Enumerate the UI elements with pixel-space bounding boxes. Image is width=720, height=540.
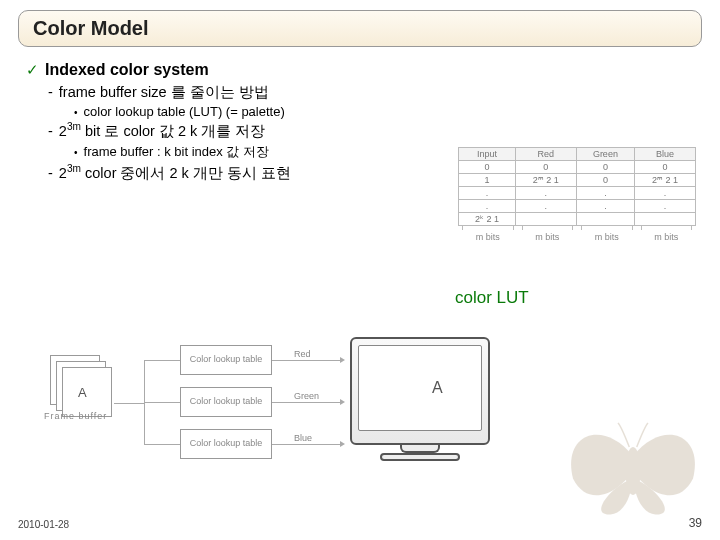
lut-box-blue: Color lookup table [180, 429, 272, 459]
footer-date: 2010-01-28 [18, 519, 69, 530]
lut-td: . [635, 187, 696, 200]
dash-icon: - [48, 84, 53, 100]
lut-box-green: Color lookup table [180, 387, 272, 417]
arrow-icon [340, 399, 345, 405]
frame-buffer-glyph: A [78, 385, 87, 400]
lut-td [515, 213, 576, 226]
lut-td: 2ᵐ 2 1 [635, 174, 696, 187]
arrow-icon [340, 357, 345, 363]
lut-td: . [459, 200, 516, 213]
lut-th: Red [515, 148, 576, 161]
bullet-level3: • color lookup table (LUT) (= palette) [74, 104, 694, 119]
lut-td: . [459, 187, 516, 200]
bullet-level2: - 23m bit 로 color 값 2 k 개를 저장 [48, 121, 694, 141]
monitor-icon: A [350, 337, 500, 467]
bullet-level1: ✓ Indexed color system [26, 61, 694, 79]
lut-td [635, 213, 696, 226]
bullet-l1-text: Indexed color system [45, 61, 209, 79]
wire [144, 444, 180, 445]
lut-bits-row: m bits m bits m bits m bits [458, 226, 696, 242]
lut-box-red: Color lookup table [180, 345, 272, 375]
bullet-l2a-text: frame buffer size 를 줄이는 방법 [59, 83, 269, 102]
lut-bits-label: m bits [637, 226, 697, 242]
lut-table-figure: Input Red Green Blue 0 0 0 0 1 2ᵐ 2 1 0 … [458, 147, 696, 242]
lut-td: 0 [635, 161, 696, 174]
lut-caption: color LUT [455, 288, 529, 308]
dot-icon: • [74, 108, 78, 118]
wire [272, 360, 340, 361]
lut-td: . [515, 200, 576, 213]
bullet-level2: - frame buffer size 를 줄이는 방법 [48, 83, 694, 102]
lut-td [576, 213, 635, 226]
lut-bits-label: m bits [458, 226, 518, 242]
lut-td: . [635, 200, 696, 213]
lut-th: Blue [635, 148, 696, 161]
lut-td: . [576, 187, 635, 200]
frame-buffer-label: Frame buffer [44, 411, 107, 421]
lut-bits-label: m bits [577, 226, 637, 242]
arrow-icon [340, 441, 345, 447]
bullet-l2b-text: 23m bit 로 color 값 2 k 개를 저장 [59, 121, 265, 141]
channel-label-blue: Blue [294, 433, 312, 443]
lut-td: 0 [515, 161, 576, 174]
lut-td: . [515, 187, 576, 200]
lut-th: Green [576, 148, 635, 161]
dash-icon: - [48, 123, 53, 139]
wire [272, 444, 340, 445]
lut-th: Input [459, 148, 516, 161]
lut-table: Input Red Green Blue 0 0 0 0 1 2ᵐ 2 1 0 … [458, 147, 696, 226]
lut-td: 0 [576, 161, 635, 174]
check-icon: ✓ [26, 62, 39, 77]
lut-td: 0 [576, 174, 635, 187]
moth-watermark-icon [558, 411, 708, 516]
footer-page-number: 39 [689, 516, 702, 530]
lut-bits-label: m bits [518, 226, 578, 242]
pipeline-figure: A Frame buffer Color lookup table Color … [50, 335, 530, 485]
bullet-l3a-text: color lookup table (LUT) (= palette) [84, 104, 285, 119]
wire [272, 402, 340, 403]
bullet-l2c-text: 23m color 중에서 2 k 개만 동시 표현 [59, 163, 291, 183]
lut-td: 0 [459, 161, 516, 174]
slide-title: Color Model [33, 17, 687, 40]
channel-label-red: Red [294, 349, 311, 359]
monitor-glyph: A [432, 379, 443, 397]
channel-label-green: Green [294, 391, 319, 401]
lut-td: . [576, 200, 635, 213]
wire [114, 403, 144, 404]
wire [144, 402, 180, 403]
dash-icon: - [48, 165, 53, 181]
bullet-l3b-text: frame buffer : k bit index 값 저장 [84, 143, 269, 161]
lut-td: 2ᵏ 2 1 [459, 213, 516, 226]
dot-icon: • [74, 148, 78, 158]
slide-title-bar: Color Model [18, 10, 702, 47]
lut-td: 2ᵐ 2 1 [515, 174, 576, 187]
lut-td: 1 [459, 174, 516, 187]
frame-buffer-plane [62, 367, 112, 417]
wire [144, 360, 180, 361]
